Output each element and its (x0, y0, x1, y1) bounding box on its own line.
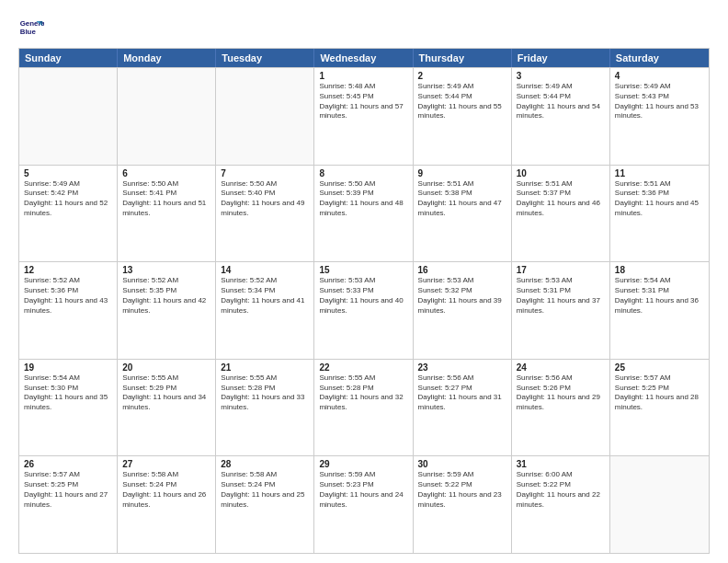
logo-icon: General Blue (18, 15, 44, 40)
day-info: Sunrise: 5:56 AM Sunset: 5:27 PM Dayligh… (418, 373, 506, 413)
day-number: 26 (24, 459, 112, 469)
empty-cell-4-6 (610, 456, 709, 553)
day-info: Sunrise: 5:57 AM Sunset: 5:25 PM Dayligh… (615, 373, 704, 413)
calendar-row-5: 26Sunrise: 5:57 AM Sunset: 5:25 PM Dayli… (19, 455, 709, 553)
day-cell-7: 7Sunrise: 5:50 AM Sunset: 5:40 PM Daylig… (216, 166, 314, 262)
day-number: 1 (319, 71, 407, 81)
day-cell-10: 10Sunrise: 5:51 AM Sunset: 5:37 PM Dayli… (512, 166, 610, 262)
day-number: 6 (122, 168, 210, 178)
day-number: 31 (517, 459, 605, 469)
header: General Blue (18, 15, 710, 40)
day-cell-5: 5Sunrise: 5:49 AM Sunset: 5:42 PM Daylig… (19, 166, 118, 262)
calendar-body: 1Sunrise: 5:48 AM Sunset: 5:45 PM Daylig… (19, 67, 709, 553)
day-cell-3: 3Sunrise: 5:49 AM Sunset: 5:44 PM Daylig… (512, 68, 610, 165)
day-info: Sunrise: 5:54 AM Sunset: 5:30 PM Dayligh… (24, 373, 112, 413)
day-number: 25 (615, 362, 704, 373)
day-cell-18: 18Sunrise: 5:54 AM Sunset: 5:31 PM Dayli… (610, 262, 709, 359)
day-info: Sunrise: 5:55 AM Sunset: 5:29 PM Dayligh… (122, 373, 210, 413)
calendar: SundayMondayTuesdayWednesdayThursdayFrid… (18, 48, 710, 554)
day-info: Sunrise: 5:57 AM Sunset: 5:25 PM Dayligh… (24, 470, 112, 510)
calendar-header: SundayMondayTuesdayWednesdayThursdayFrid… (19, 49, 709, 67)
day-number: 23 (418, 362, 506, 373)
day-info: Sunrise: 5:59 AM Sunset: 5:22 PM Dayligh… (418, 470, 506, 510)
page: General Blue SundayMondayTuesdayWednesda… (0, 0, 728, 563)
day-number: 29 (319, 459, 407, 469)
day-info: Sunrise: 5:58 AM Sunset: 5:24 PM Dayligh… (122, 470, 210, 510)
day-cell-25: 25Sunrise: 5:57 AM Sunset: 5:25 PM Dayli… (610, 360, 709, 456)
weekday-header-tuesday: Tuesday (216, 49, 314, 67)
day-number: 10 (517, 168, 605, 178)
day-number: 28 (221, 459, 309, 469)
day-info: Sunrise: 5:49 AM Sunset: 5:44 PM Dayligh… (517, 82, 605, 121)
day-cell-31: 31Sunrise: 6:00 AM Sunset: 5:22 PM Dayli… (512, 456, 610, 553)
day-info: Sunrise: 5:53 AM Sunset: 5:32 PM Dayligh… (418, 276, 506, 316)
day-cell-23: 23Sunrise: 5:56 AM Sunset: 5:27 PM Dayli… (414, 360, 512, 456)
day-number: 18 (615, 265, 704, 275)
day-cell-29: 29Sunrise: 5:59 AM Sunset: 5:23 PM Dayli… (314, 456, 413, 553)
day-number: 22 (319, 362, 407, 373)
day-number: 12 (24, 265, 112, 275)
day-cell-6: 6Sunrise: 5:50 AM Sunset: 5:41 PM Daylig… (118, 166, 216, 262)
day-cell-15: 15Sunrise: 5:53 AM Sunset: 5:33 PM Dayli… (314, 262, 413, 359)
day-cell-9: 9Sunrise: 5:51 AM Sunset: 5:38 PM Daylig… (414, 166, 512, 262)
day-number: 17 (517, 265, 605, 275)
calendar-row-4: 19Sunrise: 5:54 AM Sunset: 5:30 PM Dayli… (19, 359, 709, 456)
day-number: 13 (122, 265, 210, 275)
day-info: Sunrise: 5:52 AM Sunset: 5:34 PM Dayligh… (221, 276, 309, 316)
day-cell-4: 4Sunrise: 5:49 AM Sunset: 5:43 PM Daylig… (610, 68, 709, 165)
day-number: 15 (319, 265, 407, 275)
day-cell-16: 16Sunrise: 5:53 AM Sunset: 5:32 PM Dayli… (414, 262, 512, 359)
day-info: Sunrise: 5:50 AM Sunset: 5:39 PM Dayligh… (319, 179, 407, 219)
day-number: 5 (24, 168, 112, 178)
empty-cell-0-0 (19, 68, 118, 165)
day-info: Sunrise: 5:50 AM Sunset: 5:41 PM Dayligh… (122, 179, 210, 219)
day-info: Sunrise: 5:54 AM Sunset: 5:31 PM Dayligh… (615, 276, 704, 316)
day-info: Sunrise: 5:59 AM Sunset: 5:23 PM Dayligh… (319, 470, 407, 510)
day-cell-30: 30Sunrise: 5:59 AM Sunset: 5:22 PM Dayli… (414, 456, 512, 553)
day-number: 7 (221, 168, 309, 178)
weekday-header-friday: Friday (512, 49, 610, 67)
day-number: 27 (122, 459, 210, 469)
day-number: 4 (615, 71, 704, 81)
day-info: Sunrise: 5:55 AM Sunset: 5:28 PM Dayligh… (319, 373, 407, 413)
day-number: 11 (615, 168, 704, 178)
day-info: Sunrise: 5:58 AM Sunset: 5:24 PM Dayligh… (221, 470, 309, 510)
day-number: 19 (24, 362, 112, 373)
day-info: Sunrise: 5:53 AM Sunset: 5:33 PM Dayligh… (319, 276, 407, 316)
day-info: Sunrise: 5:48 AM Sunset: 5:45 PM Dayligh… (319, 82, 407, 121)
day-info: Sunrise: 5:53 AM Sunset: 5:31 PM Dayligh… (517, 276, 605, 316)
svg-text:Blue: Blue (20, 28, 37, 36)
day-cell-20: 20Sunrise: 5:55 AM Sunset: 5:29 PM Dayli… (118, 360, 216, 456)
day-number: 21 (221, 362, 309, 373)
day-cell-1: 1Sunrise: 5:48 AM Sunset: 5:45 PM Daylig… (314, 68, 413, 165)
day-cell-28: 28Sunrise: 5:58 AM Sunset: 5:24 PM Dayli… (216, 456, 314, 553)
day-number: 16 (418, 265, 506, 275)
calendar-row-3: 12Sunrise: 5:52 AM Sunset: 5:36 PM Dayli… (19, 261, 709, 359)
day-number: 20 (122, 362, 210, 373)
day-number: 8 (319, 168, 407, 178)
day-cell-17: 17Sunrise: 5:53 AM Sunset: 5:31 PM Dayli… (512, 262, 610, 359)
weekday-header-thursday: Thursday (414, 49, 512, 67)
day-number: 24 (517, 362, 605, 373)
day-cell-19: 19Sunrise: 5:54 AM Sunset: 5:30 PM Dayli… (19, 360, 118, 456)
day-info: Sunrise: 5:52 AM Sunset: 5:35 PM Dayligh… (122, 276, 210, 316)
calendar-row-1: 1Sunrise: 5:48 AM Sunset: 5:45 PM Daylig… (19, 67, 709, 165)
day-cell-26: 26Sunrise: 5:57 AM Sunset: 5:25 PM Dayli… (19, 456, 118, 553)
day-info: Sunrise: 6:00 AM Sunset: 5:22 PM Dayligh… (517, 470, 605, 510)
weekday-header-wednesday: Wednesday (314, 49, 413, 67)
day-cell-14: 14Sunrise: 5:52 AM Sunset: 5:34 PM Dayli… (216, 262, 314, 359)
day-info: Sunrise: 5:49 AM Sunset: 5:42 PM Dayligh… (24, 179, 112, 219)
empty-cell-0-1 (118, 68, 216, 165)
day-info: Sunrise: 5:51 AM Sunset: 5:36 PM Dayligh… (615, 179, 704, 219)
weekday-header-saturday: Saturday (610, 49, 709, 67)
day-info: Sunrise: 5:49 AM Sunset: 5:44 PM Dayligh… (418, 82, 506, 121)
day-cell-2: 2Sunrise: 5:49 AM Sunset: 5:44 PM Daylig… (414, 68, 512, 165)
day-cell-24: 24Sunrise: 5:56 AM Sunset: 5:26 PM Dayli… (512, 360, 610, 456)
day-cell-11: 11Sunrise: 5:51 AM Sunset: 5:36 PM Dayli… (610, 166, 709, 262)
day-cell-27: 27Sunrise: 5:58 AM Sunset: 5:24 PM Dayli… (118, 456, 216, 553)
day-number: 3 (517, 71, 605, 81)
weekday-header-sunday: Sunday (19, 49, 118, 67)
day-cell-8: 8Sunrise: 5:50 AM Sunset: 5:39 PM Daylig… (314, 166, 413, 262)
day-cell-21: 21Sunrise: 5:55 AM Sunset: 5:28 PM Dayli… (216, 360, 314, 456)
day-cell-13: 13Sunrise: 5:52 AM Sunset: 5:35 PM Dayli… (118, 262, 216, 359)
